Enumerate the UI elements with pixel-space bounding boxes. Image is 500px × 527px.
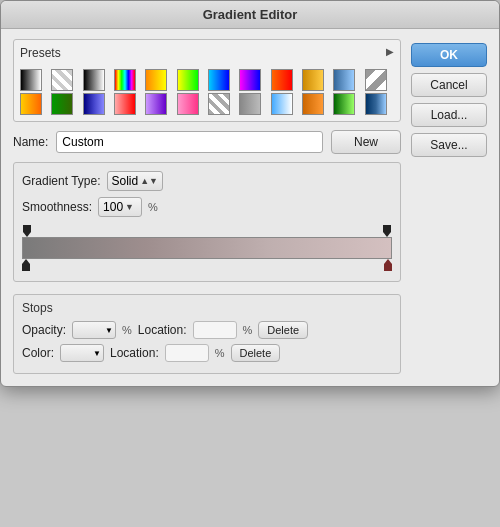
presets-expand-icon[interactable]: ▶	[386, 46, 394, 57]
location-label1: Location:	[138, 323, 187, 337]
preset-item-22[interactable]	[333, 93, 355, 115]
new-button[interactable]: New	[331, 130, 401, 154]
preset-item-16[interactable]	[145, 93, 167, 115]
name-input[interactable]	[56, 131, 323, 153]
opacity-stop-right[interactable]	[382, 225, 392, 237]
preset-item-1[interactable]	[51, 69, 73, 91]
preset-item-20[interactable]	[271, 93, 293, 115]
preset-item-11[interactable]	[365, 69, 387, 91]
preset-item-4[interactable]	[145, 69, 167, 91]
preset-item-19[interactable]	[239, 93, 261, 115]
title-bar: Gradient Editor	[1, 1, 499, 29]
opacity-stops-row[interactable]	[22, 223, 392, 237]
location-unit1: %	[243, 324, 253, 336]
color-label: Color:	[22, 346, 54, 360]
smoothness-row: Smoothness: 100 ▼ %	[22, 197, 392, 217]
preset-item-15[interactable]	[114, 93, 136, 115]
gradient-type-arrow-icon: ▲▼	[140, 176, 158, 186]
smoothness-arrow-icon: ▼	[125, 202, 134, 212]
ok-button[interactable]: OK	[411, 43, 487, 67]
preset-item-21[interactable]	[302, 93, 324, 115]
presets-grid	[20, 69, 394, 115]
color-stops-row[interactable]	[22, 259, 392, 273]
preset-item-2[interactable]	[83, 69, 105, 91]
preset-item-3[interactable]	[114, 69, 136, 91]
name-label: Name:	[13, 135, 48, 149]
cancel-button[interactable]: Cancel	[411, 73, 487, 97]
gradient-type-row: Gradient Type: Solid ▲▼	[22, 171, 392, 191]
preset-item-13[interactable]	[51, 93, 73, 115]
opacity-row: Opacity: ▼ % Location: % Delete	[22, 321, 392, 339]
color-stop-left[interactable]	[22, 259, 30, 273]
preset-item-14[interactable]	[83, 93, 105, 115]
gradient-type-select[interactable]: Solid ▲▼	[107, 171, 164, 191]
presets-label: Presets	[20, 46, 61, 60]
location-label2: Location:	[110, 346, 159, 360]
color-arrow-icon: ▼	[93, 349, 101, 358]
preset-item-12[interactable]	[20, 93, 42, 115]
stops-section: Stops Opacity: ▼ % Location: % Delete Co…	[13, 294, 401, 374]
smoothness-select[interactable]: 100 ▼	[98, 197, 142, 217]
color-select[interactable]: ▼	[60, 344, 104, 362]
preset-item-8[interactable]	[271, 69, 293, 91]
smoothness-label: Smoothness:	[22, 200, 92, 214]
gradient-type-label: Gradient Type:	[22, 174, 101, 188]
save-button[interactable]: Save...	[411, 133, 487, 157]
gradient-bar[interactable]	[22, 237, 392, 259]
color-stop-right[interactable]	[384, 259, 392, 273]
delete-button2[interactable]: Delete	[231, 344, 281, 362]
location-unit2: %	[215, 347, 225, 359]
preset-item-5[interactable]	[177, 69, 199, 91]
delete-button1[interactable]: Delete	[258, 321, 308, 339]
window-title: Gradient Editor	[203, 7, 298, 22]
left-panel: Presets ▶ Name: New Gradient Type: Solid	[13, 39, 401, 374]
color-row: Color: ▼ Location: % Delete	[22, 344, 392, 362]
name-row: Name: New	[13, 130, 401, 154]
preset-item-23[interactable]	[365, 93, 387, 115]
opacity-unit: %	[122, 324, 132, 336]
presets-section: Presets ▶	[13, 39, 401, 122]
preset-item-18[interactable]	[208, 93, 230, 115]
gradient-section: Gradient Type: Solid ▲▼ Smoothness: 100 …	[13, 162, 401, 282]
opacity-select[interactable]: ▼	[72, 321, 116, 339]
stops-title: Stops	[22, 301, 392, 315]
preset-item-0[interactable]	[20, 69, 42, 91]
location-input1[interactable]	[193, 321, 237, 339]
opacity-stop-left[interactable]	[22, 225, 32, 237]
opacity-arrow-icon: ▼	[105, 326, 113, 335]
smoothness-unit: %	[148, 201, 158, 213]
gradient-editor-window: Gradient Editor Presets ▶ Name: New	[0, 0, 500, 387]
preset-item-6[interactable]	[208, 69, 230, 91]
location-input2[interactable]	[165, 344, 209, 362]
preset-item-17[interactable]	[177, 93, 199, 115]
preset-item-9[interactable]	[302, 69, 324, 91]
right-buttons: OK Cancel Load... Save...	[411, 39, 487, 374]
preset-item-7[interactable]	[239, 69, 261, 91]
opacity-label: Opacity:	[22, 323, 66, 337]
load-button[interactable]: Load...	[411, 103, 487, 127]
preset-item-10[interactable]	[333, 69, 355, 91]
gradient-bar-container	[22, 223, 392, 273]
